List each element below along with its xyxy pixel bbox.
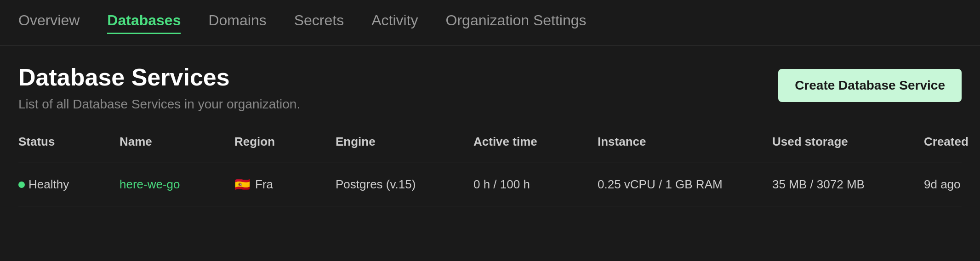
cell-name: here-we-go: [120, 177, 234, 192]
cell-created: 9d ago: [924, 177, 980, 192]
tab-activity[interactable]: Activity: [371, 12, 418, 34]
cell-instance: 0.25 vCPU / 1 GB RAM: [598, 177, 772, 192]
page-header: Database Services List of all Database S…: [18, 64, 962, 112]
col-header-instance: Instance: [598, 130, 772, 153]
cell-engine: Postgres (v.15): [336, 177, 473, 192]
cell-active-time: 0 h / 100 h: [473, 177, 598, 192]
main-content: Database Services List of all Database S…: [0, 46, 980, 206]
database-name-link[interactable]: here-we-go: [120, 177, 180, 192]
col-header-name: Name: [120, 130, 234, 153]
table-row[interactable]: Healthy here-we-go 🇪🇸 Fra Postgres (v.15…: [18, 163, 962, 206]
col-header-active-time: Active time: [473, 130, 598, 153]
tab-org-settings[interactable]: Organization Settings: [446, 12, 587, 34]
navigation-tabs: Overview Databases Domains Secrets Activ…: [0, 0, 980, 46]
cell-region: 🇪🇸 Fra: [234, 177, 336, 192]
col-header-region: Region: [234, 130, 336, 153]
page-title-section: Database Services List of all Database S…: [18, 64, 300, 112]
tab-secrets[interactable]: Secrets: [294, 12, 344, 34]
page-title: Database Services: [18, 64, 300, 91]
status-label: Healthy: [28, 177, 69, 192]
cell-used-storage: 35 MB / 3072 MB: [772, 177, 924, 192]
col-header-status: Status: [18, 130, 120, 153]
region-flag-icon: 🇪🇸: [234, 177, 251, 192]
region-label: Fra: [255, 177, 273, 192]
cell-status: Healthy: [18, 177, 120, 192]
page-subtitle: List of all Database Services in your or…: [18, 97, 300, 112]
database-table: Status Name Region Engine Active time In…: [18, 130, 962, 206]
table-header: Status Name Region Engine Active time In…: [18, 130, 962, 163]
col-header-engine: Engine: [336, 130, 473, 153]
tab-databases[interactable]: Databases: [107, 12, 181, 34]
tab-domains[interactable]: Domains: [208, 12, 266, 34]
create-database-service-button[interactable]: Create Database Service: [778, 69, 962, 102]
col-header-used-storage: Used storage: [772, 130, 924, 153]
col-header-created: Created: [924, 130, 980, 153]
status-healthy-indicator: [18, 182, 25, 188]
tab-overview[interactable]: Overview: [18, 12, 80, 34]
